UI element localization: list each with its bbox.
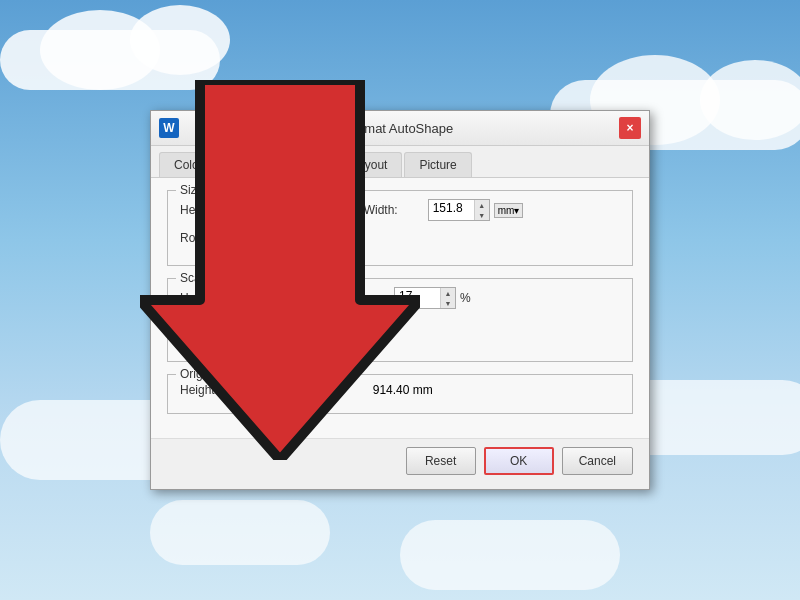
tab-size[interactable]: Size <box>281 152 334 178</box>
width-arrows[interactable]: ▲ ▼ <box>474 200 489 220</box>
height-value: 10 <box>245 200 290 220</box>
scale-section: Scale Height: 17 ▲ ▼ Width: 17 <box>167 278 633 362</box>
relative-original-row: Relative to original picture size <box>180 333 620 347</box>
rotation-spin-down[interactable]: ▼ <box>291 238 305 248</box>
height-label: Height: <box>180 203 240 217</box>
scale-width-label: Width: <box>330 291 390 305</box>
width-spin-up[interactable]: ▲ <box>475 200 489 210</box>
scale-width-value: 17 <box>395 288 440 308</box>
scale-width-spinbox[interactable]: 17 ▲ ▼ <box>394 287 456 309</box>
width-unit-dropdown[interactable]: mm▾ <box>494 203 524 218</box>
close-button[interactable]: × <box>619 117 641 139</box>
scale-height-label: Height: <box>180 291 240 305</box>
reset-button[interactable]: Reset <box>406 447 476 475</box>
height-spin-up[interactable]: ▲ <box>291 200 305 210</box>
height-spinbox[interactable]: 10 ▲ ▼ <box>244 199 306 221</box>
width-label: Width: <box>364 203 424 217</box>
scale-height-spin-up[interactable]: ▲ <box>291 288 305 298</box>
lock-aspect-checkbox[interactable] <box>180 315 194 329</box>
rotation-spinbox[interactable]: 0 ▲ ▼ <box>244 227 306 249</box>
width-section: Width: 151.8 ▲ ▼ mm▾ <box>364 199 524 221</box>
scale-height-arrows[interactable]: ▲ ▼ <box>290 288 305 308</box>
tab-picture[interactable]: Picture <box>404 152 471 177</box>
scale-unit: % <box>460 291 471 305</box>
tab-layout[interactable]: Layout <box>336 152 402 177</box>
rotation-spin-up[interactable]: ▲ <box>291 228 305 238</box>
tab-colors-lines[interactable]: Colors and Lines <box>159 152 279 177</box>
app-icon: W <box>159 118 179 138</box>
scale-height-value: 17 <box>245 288 290 308</box>
rotation-label: Rotation: <box>180 231 240 245</box>
scale-title: Scale <box>176 271 214 285</box>
size-rotate-section: Size and rotate Height: 10 ▲ ▼ mm▾ Width… <box>167 190 633 266</box>
format-autoshape-dialog: W Format AutoShape × Colors and Lines Si… <box>150 110 650 490</box>
ok-button[interactable]: OK <box>484 447 554 475</box>
relative-original-checkbox[interactable] <box>180 333 194 347</box>
rotation-arrows[interactable]: ▲ ▼ <box>290 228 305 248</box>
width-spinbox[interactable]: 151.8 ▲ ▼ <box>428 199 490 221</box>
rotation-value: 0 <box>245 228 290 248</box>
dialog-body: Size and rotate Height: 10 ▲ ▼ mm▾ Width… <box>151 178 649 438</box>
orig-height-value: 609.60 <box>244 383 281 397</box>
rotation-row: Rotation: 0 ▲ ▼ degree <box>180 227 620 249</box>
lock-aspect-row: Lock aspect ratio <box>180 315 620 329</box>
dialog-footer: Reset OK Cancel <box>151 438 649 489</box>
original-size-row: Height: 609.60 Width: 914.40 mm <box>180 383 620 397</box>
height-spin-down[interactable]: ▼ <box>291 210 305 220</box>
scale-width-spin-up[interactable]: ▲ <box>441 288 455 298</box>
height-unit-dropdown[interactable]: mm▾ <box>310 203 340 218</box>
dialog-backdrop: W Format AutoShape × Colors and Lines Si… <box>0 0 800 600</box>
original-size-title: Original size <box>176 367 250 381</box>
cancel-button[interactable]: Cancel <box>562 447 633 475</box>
height-width-row: Height: 10 ▲ ▼ mm▾ Width: 151.8 <box>180 199 620 221</box>
width-spin-down[interactable]: ▼ <box>475 210 489 220</box>
scale-width-spin-down[interactable]: ▼ <box>441 298 455 308</box>
lock-aspect-label: Lock aspect ratio <box>200 315 291 329</box>
tab-bar: Colors and Lines Size Layout Picture <box>151 146 649 178</box>
scale-height-width-row: Height: 17 ▲ ▼ Width: 17 ▲ <box>180 287 620 309</box>
relative-original-label: Relative to original picture size <box>200 333 363 347</box>
scale-height-spin-down[interactable]: ▼ <box>291 298 305 308</box>
width-value: 151.8 <box>429 200 474 220</box>
original-size-section: Original size Height: 609.60 Width: 914.… <box>167 374 633 414</box>
title-bar: W Format AutoShape × <box>151 111 649 146</box>
dialog-title: Format AutoShape <box>187 121 611 136</box>
height-arrows[interactable]: ▲ ▼ <box>290 200 305 220</box>
size-rotate-title: Size and rotate <box>176 183 265 197</box>
orig-width-label: Width: <box>309 383 369 397</box>
orig-height-label: Height: <box>180 383 240 397</box>
rotation-unit: degree <box>310 231 347 245</box>
orig-width-value: 914.40 mm <box>373 383 433 397</box>
scale-width-section: Width: 17 ▲ ▼ % <box>330 287 471 309</box>
scale-width-arrows[interactable]: ▲ ▼ <box>440 288 455 308</box>
scale-height-spinbox[interactable]: 17 ▲ ▼ <box>244 287 306 309</box>
